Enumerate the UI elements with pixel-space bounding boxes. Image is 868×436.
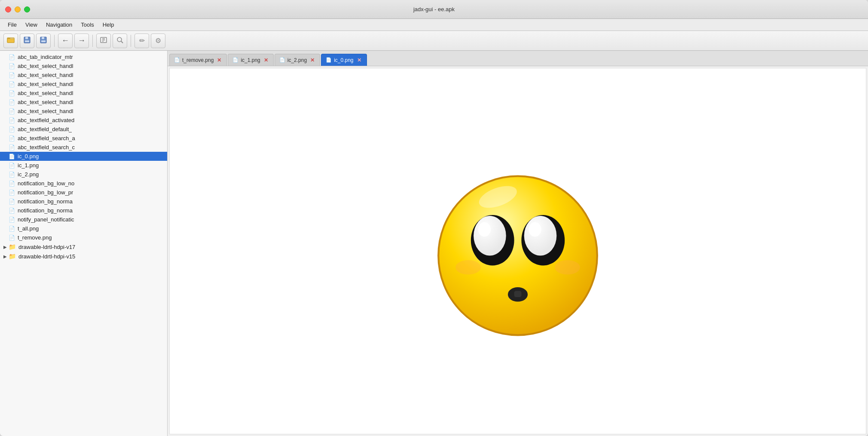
tab-ic-0-png-active[interactable]: 📄 ic_0.png ✕ (321, 54, 367, 66)
forward-button[interactable]: → (74, 34, 89, 48)
list-item[interactable]: 📄 notification_bg_low_pr (0, 188, 167, 197)
list-item[interactable]: 📄 abc_text_select_handl (0, 107, 167, 116)
svg-point-20 (478, 222, 491, 237)
list-item[interactable]: 📄 abc_tab_indicator_mtr (0, 52, 167, 61)
menu-tools[interactable]: Tools (76, 20, 98, 29)
menu-view[interactable]: View (21, 20, 42, 29)
list-item[interactable]: 📄 notification_bg_low_no (0, 179, 167, 188)
main-area: 📄 abc_tab_indicator_mtr 📄 abc_text_selec… (0, 51, 868, 436)
open-file-button[interactable] (3, 34, 18, 48)
file-icon: 📄 (9, 190, 15, 196)
tab-close-button[interactable]: ✕ (309, 57, 315, 63)
folder-icon: 📁 (9, 243, 16, 250)
menu-navigation[interactable]: Navigation (42, 20, 76, 29)
chevron-right-icon: ▶ (3, 245, 7, 249)
list-item-selected[interactable]: 📄 ic_0.png (0, 152, 167, 161)
file-icon: 📄 (9, 144, 15, 150)
tab-label: ic_1.png (241, 57, 260, 63)
list-item[interactable]: 📄 abc_text_select_handl (0, 80, 167, 89)
list-item[interactable]: 📄 ic_1.png (0, 161, 167, 170)
tab-close-active-button[interactable]: ✕ (356, 57, 362, 63)
folder-item-ldrtl-hdpi-v17[interactable]: ▶ 📁 drawable-ldrtl-hdpi-v17 (0, 242, 167, 252)
file-tab-icon: 📄 (232, 57, 238, 63)
list-item[interactable]: 📄 abc_textfield_default_ (0, 125, 167, 134)
file-icon: 📄 (9, 199, 15, 205)
content-area: 📄 t_remove.png ✕ 📄 ic_1.png ✕ 📄 ic_2.png… (168, 51, 868, 436)
list-item[interactable]: 📄 abc_text_select_handl (0, 71, 167, 80)
open-file-icon (6, 36, 15, 46)
svg-point-25 (555, 260, 580, 275)
tab-close-button[interactable]: ✕ (263, 57, 269, 63)
list-item[interactable]: 📄 abc_textfield_search_c (0, 143, 167, 152)
tab-ic-1-png[interactable]: 📄 ic_1.png ✕ (228, 54, 273, 66)
folder-icon: 📁 (9, 253, 16, 260)
window-controls (5, 6, 30, 12)
list-item[interactable]: 📄 notification_bg_norma (0, 206, 167, 215)
file-tree-sidebar[interactable]: 📄 abc_tab_indicator_mtr 📄 abc_text_selec… (0, 51, 168, 436)
file-icon: 📄 (9, 117, 15, 123)
decompile-button[interactable]: ⚙ (151, 34, 165, 48)
list-item[interactable]: 📄 abc_text_select_handl (0, 61, 167, 71)
file-icon: 📄 (9, 54, 15, 60)
list-item[interactable]: 📄 abc_text_select_handl (0, 89, 167, 98)
list-item[interactable]: 📄 notify_panel_notificatic (0, 215, 167, 224)
main-window: jadx-gui - ee.apk File View Navigation T… (0, 0, 868, 436)
tab-label: ic_0.png (334, 57, 353, 63)
svg-rect-23 (514, 291, 522, 297)
list-item[interactable]: 📄 notification_bg_norma (0, 197, 167, 206)
menubar: File View Navigation Tools Help (0, 19, 868, 31)
list-item[interactable]: 📄 abc_textfield_activated (0, 116, 167, 125)
chevron-right-icon: ▶ (3, 254, 7, 259)
file-icon: 📄 (9, 126, 15, 132)
file-label: abc_text_select_handl (18, 90, 73, 96)
save-all-button[interactable] (20, 34, 34, 48)
file-icon: 📄 (9, 135, 15, 141)
list-item[interactable]: 📄 abc_textfield_search_a (0, 134, 167, 143)
back-button[interactable]: ← (58, 34, 73, 48)
close-button[interactable] (5, 6, 11, 12)
minimize-button[interactable] (15, 6, 21, 12)
file-label: abc_text_select_handl (18, 99, 73, 105)
file-label: notification_bg_norma (18, 207, 73, 214)
tab-ic-2-png[interactable]: 📄 ic_2.png ✕ (275, 54, 320, 66)
tab-label: t_remove.png (182, 57, 214, 63)
file-label: notify_panel_notificatic (18, 216, 74, 223)
svg-rect-7 (42, 37, 44, 39)
list-item[interactable]: 📄 ic_2.png (0, 170, 167, 179)
separator-2 (92, 35, 93, 47)
list-item[interactable]: 📄 abc_text_select_handl (0, 98, 167, 107)
list-item[interactable]: 📄 t_remove.png (0, 233, 167, 242)
file-icon: 📄 (9, 90, 15, 96)
svg-rect-5 (25, 40, 29, 42)
goto-button[interactable] (96, 34, 111, 48)
file-label: ic_0.png (18, 153, 39, 160)
file-icon: 📄 (9, 108, 15, 114)
file-tab-icon: 📄 (279, 57, 285, 63)
maximize-button[interactable] (24, 6, 30, 12)
svg-rect-8 (41, 40, 46, 42)
search-button[interactable] (113, 34, 127, 48)
list-item[interactable]: 📄 t_all.png (0, 224, 167, 233)
window-title: jadx-gui - ee.apk (413, 6, 455, 12)
folder-item-ldrtl-hdpi-v15[interactable]: ▶ 📁 drawable-ldrtl-hdpi-v15 (0, 252, 167, 261)
menu-file[interactable]: File (3, 20, 21, 29)
goto-icon (99, 36, 108, 46)
find-usage-icon: ✏ (139, 37, 145, 45)
file-icon: 📄 (9, 99, 15, 105)
image-viewer (169, 68, 866, 434)
file-label: ic_1.png (18, 162, 39, 169)
menu-help[interactable]: Help (98, 20, 119, 29)
save-icon (39, 36, 48, 46)
svg-line-14 (121, 41, 123, 43)
save-button[interactable] (36, 34, 51, 48)
file-label: t_all.png (18, 225, 39, 232)
svg-point-19 (524, 216, 557, 255)
tab-close-button[interactable]: ✕ (216, 57, 222, 63)
find-usage-button[interactable]: ✏ (134, 34, 149, 48)
file-label: abc_textfield_search_c (18, 144, 75, 150)
tabs-bar: 📄 t_remove.png ✕ 📄 ic_1.png ✕ 📄 ic_2.png… (168, 51, 868, 66)
file-icon: 📄 (9, 172, 15, 178)
tab-t-remove-png[interactable]: 📄 t_remove.png ✕ (169, 54, 227, 66)
file-label: abc_text_select_handl (18, 72, 73, 78)
file-label: notification_bg_norma (18, 198, 73, 205)
